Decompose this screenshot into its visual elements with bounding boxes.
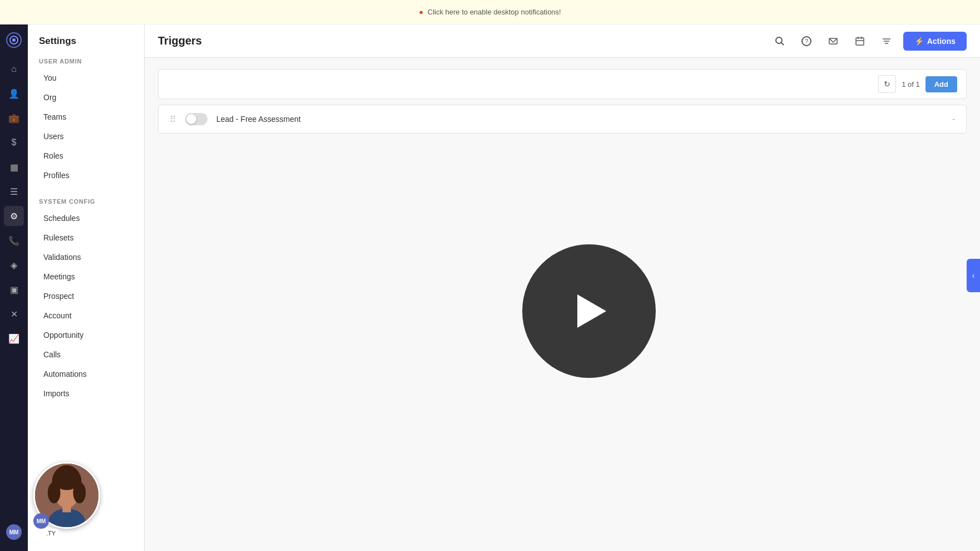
help-button[interactable]: ? xyxy=(796,31,816,51)
sidebar-item-calls[interactable]: Calls xyxy=(32,345,140,364)
play-icon xyxy=(577,294,606,328)
system-config-section-label: SYSTEM CONFIG xyxy=(28,193,144,208)
svg-rect-8 xyxy=(856,38,864,45)
trigger-name-label: Lead - Free Assessment xyxy=(216,115,943,124)
trigger-row: ⠿ Lead - Free Assessment - xyxy=(158,105,967,134)
page-info: 1 of 1 xyxy=(902,80,920,88)
user-initials-badge[interactable]: MM xyxy=(33,513,49,529)
user-label: .TY xyxy=(43,529,58,538)
sidebar-item-users[interactable]: Users xyxy=(32,127,140,146)
sidebar-item-validations[interactable]: Validations xyxy=(32,248,140,267)
contacts-nav-icon[interactable]: 👤 xyxy=(4,83,24,104)
sidebar-item-profiles[interactable]: Profiles xyxy=(32,166,140,185)
home-nav-icon[interactable]: ⌂ xyxy=(4,59,24,79)
content-area: ↻ 1 of 1 Add ⠿ Lead - Free Assessment - xyxy=(145,58,980,551)
refresh-button[interactable]: ↻ xyxy=(878,75,896,93)
main-content: Triggers ? xyxy=(145,24,980,551)
toggle-knob xyxy=(186,114,196,124)
right-panel-collapse-button[interactable]: ‹ xyxy=(967,259,980,292)
sidebar-item-account[interactable]: Account xyxy=(32,306,140,325)
trigger-toggle[interactable] xyxy=(185,113,207,125)
tools-nav-icon[interactable]: ✕ xyxy=(4,304,24,324)
location-nav-icon[interactable]: ◈ xyxy=(4,255,24,275)
sidebar-item-schedules[interactable]: Schedules xyxy=(32,209,140,228)
svg-rect-22 xyxy=(62,505,71,512)
sidebar-item-meetings[interactable]: Meetings xyxy=(32,267,140,286)
sidebar-item-prospect[interactable]: Prospect xyxy=(32,287,140,306)
phone-nav-icon[interactable]: 📞 xyxy=(4,230,24,250)
main-header: Triggers ? xyxy=(145,24,980,58)
sidebar-item-opportunity[interactable]: Opportunity xyxy=(32,326,140,345)
chart-nav-icon[interactable]: ▦ xyxy=(4,157,24,177)
notification-bar[interactable]: ● Click here to enable desktop notificat… xyxy=(0,0,980,24)
dollar-nav-icon[interactable]: $ xyxy=(4,132,24,152)
actions-icon: ⚡ xyxy=(914,37,924,46)
add-button[interactable]: Add xyxy=(925,76,957,92)
filter-button[interactable] xyxy=(877,31,897,51)
triggers-toolbar: ↻ 1 of 1 Add xyxy=(158,69,967,99)
svg-point-19 xyxy=(48,482,61,503)
user-admin-section-label: USER ADMIN xyxy=(28,52,144,68)
settings-title: Settings xyxy=(28,36,144,52)
app-logo[interactable] xyxy=(4,30,24,50)
actions-button[interactable]: ⚡ Actions xyxy=(903,32,967,51)
actions-label: Actions xyxy=(927,37,956,46)
search-button[interactable] xyxy=(770,31,790,51)
briefcase-nav-icon[interactable]: 💼 xyxy=(4,108,24,128)
svg-text:?: ? xyxy=(805,38,808,45)
page-title: Triggers xyxy=(158,35,202,47)
sidebar-item-org[interactable]: Org xyxy=(32,88,140,107)
mail-button[interactable] xyxy=(823,31,843,51)
sidebar-item-automations[interactable]: Automations xyxy=(32,365,140,383)
sidebar-item-you[interactable]: You xyxy=(32,68,140,87)
notification-dot: ● xyxy=(419,8,423,16)
svg-point-20 xyxy=(73,482,86,503)
trigger-dash: - xyxy=(952,115,955,124)
notification-text[interactable]: Click here to enable desktop notificatio… xyxy=(428,8,561,16)
calendar-button[interactable] xyxy=(850,31,870,51)
user-avatar[interactable]: MM xyxy=(6,524,22,540)
svg-line-4 xyxy=(781,42,784,45)
inbox-nav-icon[interactable]: ▣ xyxy=(4,279,24,299)
sidebar-item-rulesets[interactable]: Rulesets xyxy=(32,228,140,247)
drag-handle-icon[interactable]: ⠿ xyxy=(170,114,176,125)
svg-point-2 xyxy=(12,38,16,42)
analytics-nav-icon[interactable]: 📈 xyxy=(4,328,24,348)
svg-point-3 xyxy=(776,37,782,43)
list-nav-icon[interactable]: ☰ xyxy=(4,181,24,201)
video-play-button[interactable] xyxy=(522,244,656,378)
settings-nav-icon[interactable]: ⚙ xyxy=(4,206,24,226)
sidebar-item-roles[interactable]: Roles xyxy=(32,146,140,165)
sidebar-item-imports[interactable]: Imports xyxy=(32,384,140,403)
header-actions: ? xyxy=(770,31,967,51)
icon-nav: ⌂ 👤 💼 $ ▦ ☰ ⚙ 📞 ◈ ▣ ✕ 📈 MM xyxy=(0,24,28,551)
sidebar-item-teams[interactable]: Teams xyxy=(32,107,140,126)
